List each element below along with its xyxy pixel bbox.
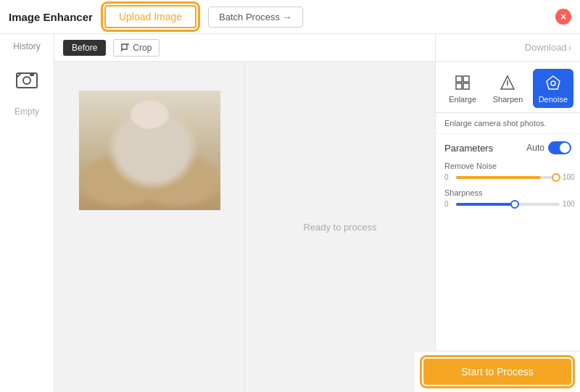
ready-text: Ready to process	[303, 222, 376, 233]
app-title: Image Enhancer	[9, 11, 93, 23]
center-area: Before Crop Ready to process	[54, 34, 435, 392]
remove-noise-thumb[interactable]	[552, 173, 560, 182]
download-label: Download	[525, 42, 567, 53]
svg-rect-2	[30, 74, 34, 76]
auto-label: Auto	[526, 143, 544, 153]
slider-min-1: 0	[444, 200, 453, 208]
slider-min-0: 0	[444, 173, 453, 181]
before-button[interactable]: Before	[63, 40, 106, 56]
left-panel	[54, 62, 244, 392]
tool-description: Enlarge camera shot photos.	[436, 113, 580, 134]
svg-rect-9	[463, 83, 469, 89]
crop-label: Crop	[133, 43, 152, 53]
parameters-header: Parameters Auto	[444, 141, 571, 154]
sharpen-icon	[498, 73, 517, 92]
svg-rect-6	[456, 76, 462, 82]
sharpness-slider-group: Sharpness 0 100	[444, 188, 571, 208]
download-link[interactable]: Download ›	[525, 42, 571, 53]
main-layout: History Empty Before Crop	[0, 34, 580, 392]
remove-noise-fill	[456, 176, 541, 179]
denoise-label: Denoise	[539, 95, 568, 104]
title-bar-left: Image Enhancer Upload Image Batch Proces…	[9, 5, 303, 28]
toggle-knob	[560, 143, 570, 153]
svg-point-13	[551, 81, 555, 86]
sharpness-thumb[interactable]	[510, 200, 519, 209]
parameters-section: Parameters Auto Remove Noise 0	[436, 134, 580, 222]
svg-point-1	[23, 77, 30, 84]
right-panel: Ready to process	[245, 62, 435, 392]
canvas-area: Ready to process	[54, 62, 435, 392]
upload-image-button[interactable]: Upload Image	[104, 5, 196, 28]
toggle-switch[interactable]	[548, 141, 571, 154]
remove-noise-track[interactable]	[456, 176, 560, 179]
auto-toggle[interactable]: Auto	[526, 141, 571, 154]
slider-max-1: 100	[563, 200, 571, 208]
chevron-right-icon: ›	[568, 42, 571, 53]
enlarge-tool[interactable]: Enlarge	[442, 69, 483, 108]
remove-noise-slider-group: Remove Noise 0 100	[444, 162, 571, 181]
sharpness-label: Sharpness	[444, 188, 571, 197]
sidebar-empty-label: Empty	[14, 107, 39, 117]
denoise-icon	[544, 73, 563, 92]
svg-rect-7	[463, 76, 469, 82]
enlarge-icon	[453, 73, 472, 92]
title-bar: Image Enhancer Upload Image Batch Proces…	[0, 0, 580, 34]
sharpen-tool[interactable]: Sharpen	[487, 69, 528, 108]
download-bar: Download ›	[436, 34, 580, 62]
source-image	[79, 91, 220, 210]
parameters-title: Parameters	[444, 143, 493, 154]
svg-rect-8	[456, 83, 462, 89]
enlarge-label: Enlarge	[449, 95, 476, 104]
start-to-process-button[interactable]: Start to Process	[423, 359, 571, 385]
svg-marker-12	[547, 76, 560, 89]
sidebar-history-label: History	[13, 41, 40, 51]
remove-noise-slider-row: 0 100	[444, 173, 571, 181]
image-toolbar: Before Crop	[54, 34, 435, 62]
svg-rect-3	[122, 44, 127, 49]
batch-process-button[interactable]: Batch Process →	[208, 7, 302, 28]
close-button[interactable]: ×	[555, 9, 571, 25]
start-btn-area: Start to Process	[415, 351, 580, 392]
tools-panel: Download › Enlarge	[435, 34, 580, 392]
crop-button[interactable]: Crop	[113, 39, 160, 57]
camera-icon	[15, 67, 38, 93]
sharpness-track[interactable]	[456, 203, 560, 206]
cat-image-inner	[79, 91, 220, 210]
sidebar: History Empty	[0, 34, 54, 392]
crop-icon	[121, 43, 130, 52]
slider-max-0: 100	[563, 173, 571, 181]
sharpen-label: Sharpen	[493, 95, 523, 104]
denoise-tool[interactable]: Denoise	[533, 69, 573, 108]
remove-noise-label: Remove Noise	[444, 162, 571, 170]
tools-row: Enlarge Sharpen	[436, 62, 580, 113]
sharpness-fill	[456, 203, 518, 206]
sidebar-icon-area	[9, 62, 45, 98]
sharpness-slider-row: 0 100	[444, 200, 571, 208]
